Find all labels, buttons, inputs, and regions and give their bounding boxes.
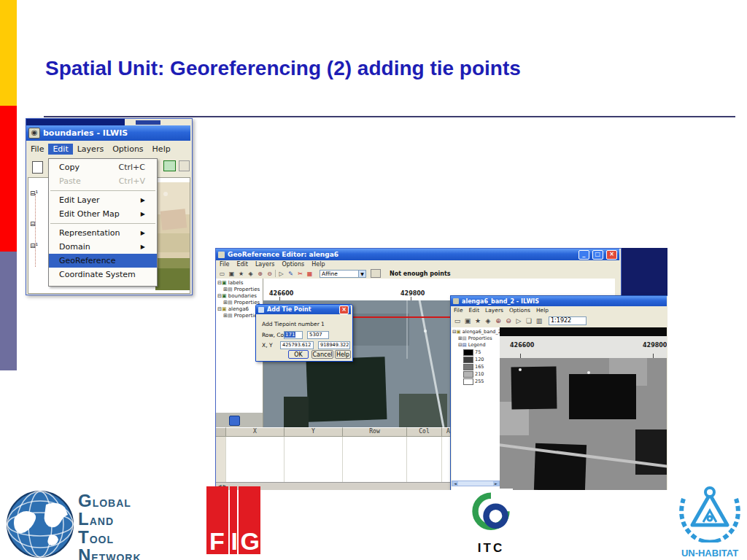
tree-item-boundaries[interactable]: ⊟▣ boundaries — [217, 293, 263, 299]
tree-item-band[interactable]: ⊟▣ alenga6_band_2 — [452, 329, 500, 335]
dropdown-arrow-icon[interactable]: ▼ — [358, 271, 365, 277]
pan-icon[interactable]: ◈ — [484, 317, 492, 324]
column-header-row[interactable]: Row — [343, 427, 407, 437]
fig-letter-i: I — [231, 528, 238, 554]
menu-file[interactable]: File — [451, 307, 466, 314]
menu-item-copy[interactable]: Copy Ctrl+C — [49, 160, 157, 174]
overview-icon[interactable] — [229, 416, 240, 426]
tree-item-labels[interactable]: ⊟▣ labels — [217, 280, 263, 286]
x-input[interactable]: 425793.612 — [280, 341, 314, 349]
unhabitat-logo: UN-HABITAT — [674, 483, 746, 560]
legend-entry: 255 — [463, 378, 500, 385]
legend-value: 75 — [475, 349, 481, 355]
copy-icon[interactable]: ❏ — [525, 317, 533, 324]
add-tiepoint-icon[interactable]: ✎ — [287, 271, 295, 277]
column-header-x[interactable]: X — [226, 427, 285, 437]
zoom-rect-icon[interactable]: ▦ — [306, 271, 314, 277]
georef-titlebar[interactable]: GeoReference Editor: alenga6 _ □ × — [216, 249, 619, 260]
col-input[interactable]: 5307 — [307, 331, 329, 339]
screenshot-composite: GeoReference Editor: alenga6 _ □ × File … — [215, 248, 667, 490]
open-map-icon[interactable]: ▣ — [463, 317, 472, 324]
fig-block-f: F — [206, 486, 228, 554]
layers-icon[interactable] — [163, 160, 176, 171]
menu-options[interactable]: Options — [108, 144, 147, 155]
tiepoint-dialog-icon — [258, 307, 264, 313]
boundaries-titlebar[interactable]: ◉ boundaries - ILWIS — [26, 125, 190, 141]
maximize-button[interactable]: □ — [592, 250, 603, 260]
toolbar-extra-icon[interactable] — [179, 160, 190, 171]
dialog-titlebar[interactable]: Add Tie Point × — [256, 305, 351, 314]
pan-icon[interactable]: ◈ — [247, 271, 255, 277]
zoom-in-icon[interactable]: ⊕ — [256, 271, 264, 277]
new-map-icon[interactable]: ▭ — [218, 271, 226, 277]
properties-icon: ▤ — [228, 313, 233, 319]
itc-text: ITC — [469, 541, 513, 556]
legend-value: 255 — [475, 378, 484, 384]
entire-map-icon[interactable]: ★ — [473, 317, 482, 324]
zoom-in-icon[interactable]: ⊕ — [494, 317, 503, 324]
itc-logo: ITC — [469, 489, 513, 557]
menu-options[interactable]: Options — [506, 307, 533, 314]
menu-item-edit-other-map[interactable]: Edit Other Map ▶ — [49, 207, 157, 221]
column-header-col[interactable]: Col — [407, 427, 442, 437]
menu-edit[interactable]: Edit — [466, 307, 483, 314]
tree-item-properties[interactable]: ⊞▤ Properties — [458, 335, 500, 341]
close-button[interactable]: × — [606, 250, 617, 260]
scroll-right-icon[interactable]: ► — [493, 481, 499, 486]
menu-item-georeference[interactable]: GeoReference — [49, 254, 157, 268]
menu-item-coordinate-system[interactable]: Coordinate System — [49, 268, 157, 281]
tree-node[interactable]: ⊟¹ — [30, 242, 38, 249]
cancel-button[interactable]: Cancel — [311, 350, 333, 359]
menu-layers[interactable]: Layers — [73, 144, 108, 155]
menu-item-domain[interactable]: Domain ▶ — [49, 240, 157, 254]
menu-file[interactable]: File — [26, 144, 48, 155]
select-tiepoint-icon[interactable]: ▷ — [277, 271, 285, 277]
save-icon[interactable]: ▥ — [535, 317, 543, 324]
delete-tiepoint-icon[interactable]: ✂ — [296, 271, 304, 277]
menu-file[interactable]: File — [216, 261, 233, 268]
menu-edit[interactable]: Edit — [233, 261, 252, 268]
menu-edit[interactable]: Edit — [48, 144, 72, 155]
open-map-icon[interactable]: ▣ — [228, 271, 236, 277]
title-divider — [44, 116, 735, 117]
band-map-area[interactable]: 426600 429800 — [500, 327, 667, 490]
tree-item-properties[interactable]: ⊞▤ Properties — [223, 287, 263, 292]
properties-icon: ▤ — [462, 335, 466, 341]
fig-letter-f: F — [209, 528, 225, 554]
band-titlebar[interactable]: alenga6_band_2 - ILWIS — [451, 296, 667, 306]
close-button[interactable]: × — [339, 306, 349, 314]
minimize-button[interactable]: _ — [578, 250, 589, 260]
menu-layers[interactable]: Layers — [252, 261, 278, 268]
zoom-out-icon[interactable]: ⊖ — [504, 317, 513, 324]
tree-node[interactable]: ⊟¹ — [30, 190, 38, 197]
menu-options[interactable]: Options — [278, 261, 308, 268]
y-input[interactable]: 918949.322 — [318, 341, 350, 349]
new-page-icon[interactable] — [32, 161, 43, 174]
new-map-icon[interactable]: ▭ — [453, 317, 462, 324]
select-icon[interactable]: ▷ — [514, 317, 523, 324]
menu-help[interactable]: Help — [533, 307, 551, 314]
menu-item-representation[interactable]: Representation ▶ — [49, 226, 157, 240]
help-button[interactable]: Help — [335, 350, 351, 359]
zoom-out-icon[interactable]: ⊖ — [266, 271, 274, 277]
raster-map-icon — [453, 298, 459, 304]
column-header-y[interactable]: Y — [285, 427, 343, 437]
menu-layers[interactable]: Layers — [482, 307, 506, 314]
georef-corners-icon[interactable] — [371, 269, 381, 278]
scroll-left-icon[interactable]: ◄ — [452, 481, 458, 486]
tree-label: Legend — [468, 342, 486, 348]
tree-item-legend[interactable]: ⊟▤ Legend — [458, 342, 500, 348]
raster-top-strip — [500, 327, 667, 336]
properties-icon: ▤ — [228, 287, 233, 292]
ok-button[interactable]: OK — [288, 350, 309, 359]
fig-logo: F I G — [206, 486, 260, 554]
row-input[interactable]: 171 — [284, 331, 303, 339]
menu-help[interactable]: Help — [308, 261, 328, 268]
menu-help[interactable]: Help — [148, 144, 175, 155]
entire-map-icon[interactable]: ★ — [237, 271, 245, 277]
panel-horizontal-scrollbar[interactable]: ◄ ► — [452, 481, 500, 486]
menu-item-edit-layer[interactable]: Edit Layer ▶ — [49, 193, 157, 207]
scale-input[interactable] — [549, 316, 587, 325]
transform-select[interactable]: Affine ▼ — [320, 270, 366, 278]
tree-node[interactable]: ⊟ — [30, 220, 36, 228]
